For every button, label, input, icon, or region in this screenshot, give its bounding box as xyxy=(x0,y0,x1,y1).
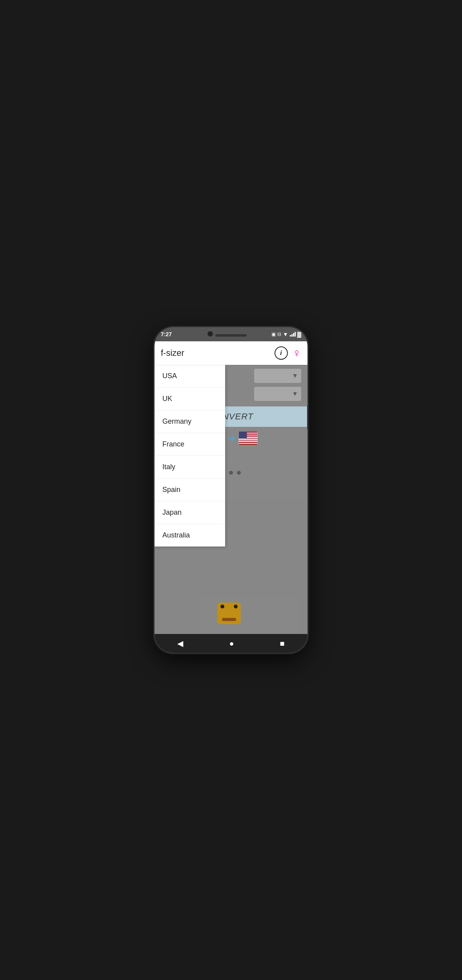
info-button[interactable]: i xyxy=(275,346,288,360)
status-icons: ▣ ⊟ ▼ ▓ xyxy=(271,331,301,337)
signal-bar-3 xyxy=(293,333,294,337)
dot-3 xyxy=(237,471,241,475)
dropdown-item-germany[interactable]: Germany xyxy=(155,410,225,433)
phone-frame: 7:27 ▣ ⊟ ▼ ▓ f-sizer i xyxy=(155,327,307,653)
recent-button[interactable]: ■ xyxy=(272,636,292,651)
screen: 7:27 ▣ ⊟ ▼ ▓ f-sizer i xyxy=(155,327,307,653)
battery-icon: ▓ xyxy=(297,331,301,337)
signal-bars xyxy=(290,332,296,337)
dropdown-item-usa[interactable]: USA xyxy=(155,365,225,388)
dot-2 xyxy=(229,471,233,475)
dropdown-item-japan[interactable]: Japan xyxy=(155,501,225,524)
from-size-dropdown[interactable]: ▼ xyxy=(254,369,301,383)
back-button[interactable]: ◀ xyxy=(169,636,191,651)
flag-usa xyxy=(239,432,258,445)
dropdown-arrow-1: ▼ xyxy=(292,372,298,379)
signal-bar-2 xyxy=(291,334,293,337)
signal-bar-4 xyxy=(295,332,296,337)
status-time: 7:27 xyxy=(161,331,172,337)
dropdown-item-italy[interactable]: Italy xyxy=(155,456,225,479)
female-icon[interactable]: ♀ xyxy=(293,347,302,359)
content-area: ▼ ▼ CONVERT ➜ xyxy=(155,365,307,634)
status-bar: 7:27 ▣ ⊟ ▼ ▓ xyxy=(155,327,307,341)
dropdown-item-france[interactable]: France xyxy=(155,433,225,456)
arrow-icon: ➜ xyxy=(227,432,236,445)
dropdown-item-spain[interactable]: Spain xyxy=(155,479,225,501)
signal-bar-1 xyxy=(290,335,291,337)
front-camera xyxy=(207,331,213,337)
wifi-icon: ▼ xyxy=(283,331,288,337)
to-size-dropdown[interactable]: ▼ xyxy=(254,387,301,401)
home-button[interactable]: ● xyxy=(221,636,242,651)
sim-icon: ▣ xyxy=(271,332,276,337)
app-bar-icons: i ♀ xyxy=(275,346,302,360)
sim2-icon: ⊟ xyxy=(277,332,281,337)
nav-bar: ◀ ● ■ xyxy=(155,634,307,653)
dropdown-item-uk[interactable]: UK xyxy=(155,388,225,410)
dropdown-item-australia[interactable]: Australia xyxy=(155,524,225,546)
app-bar: f-sizer i ♀ xyxy=(155,341,307,365)
dropdown-arrow-2: ▼ xyxy=(292,390,298,397)
side-button[interactable] xyxy=(307,406,307,429)
app-title: f-sizer xyxy=(161,348,184,358)
country-dropdown[interactable]: USA UK Germany France Italy Spain Japan … xyxy=(155,365,225,546)
mascot-area xyxy=(217,603,245,630)
